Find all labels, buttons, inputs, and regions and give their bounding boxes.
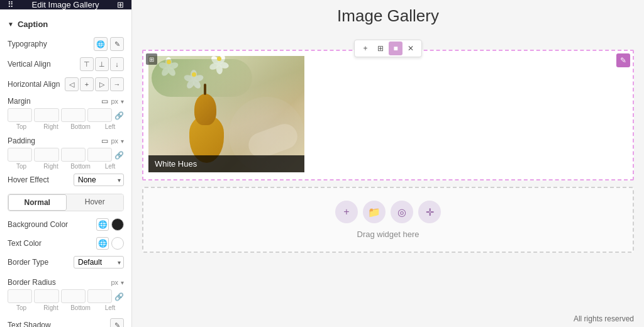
br-left-label: Left	[96, 304, 124, 311]
horizontal-align-label: Horizontal Align	[8, 80, 65, 89]
normal-hover-tabs: Normal Hover	[8, 194, 124, 211]
padding-label-row: Padding ▭ px ▾	[8, 136, 124, 145]
border-radius-label: Border Radius	[8, 278, 56, 287]
br-bottom-label: Bottom	[67, 304, 94, 311]
margin-unit: px	[111, 97, 118, 105]
margin-icon: ▭	[101, 97, 108, 106]
margin-right-input[interactable]	[34, 108, 58, 122]
border-type-select[interactable]: Default Solid Dashed Dotted Double	[74, 256, 124, 269]
padding-bottom-input[interactable]	[61, 148, 86, 162]
hover-tab[interactable]: Hover	[67, 194, 124, 211]
background-color-row: Background Color 🌐	[0, 215, 131, 234]
padding-right-label: Right	[37, 163, 65, 170]
horizontal-align-row: Horizontal Align ◁ + ▷ →	[0, 74, 131, 94]
padding-right-input[interactable]	[34, 148, 58, 162]
border-type-row: Border Type Default Solid Dashed Dotted …	[0, 253, 131, 272]
caption-section-header[interactable]: ▼ Caption	[0, 14, 131, 34]
hover-effect-select[interactable]: None Zoom Slide Fade	[74, 174, 124, 186]
border-radius-bottom-input[interactable]	[61, 289, 86, 303]
margin-link-icon[interactable]: 🔗	[114, 111, 124, 120]
footer-text: All rights reserved	[574, 314, 634, 323]
bg-color-globe-btn[interactable]: 🌐	[96, 218, 109, 231]
vertical-align-row: Vertical Align ⊤ ⊥ ↓	[0, 54, 131, 74]
border-radius-inputs	[8, 289, 112, 303]
margin-bottom-input[interactable]	[61, 108, 86, 122]
margin-section: Margin ▭ px ▾ 🔗 Top Right Bot	[0, 94, 131, 130]
valign-top-btn[interactable]: ⊤	[80, 57, 94, 71]
main-area: Image Gallery + ⊞ ■ ✕ ✎ ⊞	[132, 0, 644, 327]
border-radius-left-input[interactable]	[87, 289, 112, 303]
toolbar-close-btn[interactable]: ✕	[404, 42, 418, 55]
text-color-swatch[interactable]	[111, 237, 124, 250]
padding-inputs-row: 🔗	[8, 148, 124, 163]
border-radius-top-input[interactable]	[8, 289, 32, 303]
page-title: Image Gallery	[132, 0, 644, 31]
dots-icon[interactable]: ⠿	[8, 0, 14, 9]
text-color-label: Text Color	[8, 239, 96, 248]
br-right-label: Right	[37, 304, 65, 311]
padding-label: Padding	[8, 136, 35, 145]
margin-sublabels: Top Right Bottom Left	[8, 123, 124, 130]
border-radius-link-icon[interactable]: 🔗	[114, 292, 124, 301]
padding-left-input[interactable]	[87, 148, 112, 162]
widget-edit-btn[interactable]: ✎	[616, 53, 630, 67]
margin-inputs	[8, 108, 112, 122]
text-color-controls: 🌐	[96, 237, 124, 250]
valign-mid-btn[interactable]: ⊥	[95, 57, 109, 71]
margin-inputs-row: 🔗	[8, 108, 124, 123]
border-radius-inputs-row: 🔗	[8, 289, 124, 304]
sidebar: ⠿ Edit Image Gallery ⊞ ▼ Caption Typogra…	[0, 0, 132, 327]
border-radius-unit-arrow[interactable]: ▾	[121, 279, 124, 286]
gallery-image-container: White Hues	[148, 56, 304, 172]
padding-unit-arrow[interactable]: ▾	[121, 138, 124, 145]
toolbar-square-btn[interactable]: ■	[389, 42, 402, 55]
vertical-align-controls: ⊤ ⊥ ↓	[80, 57, 124, 71]
border-radius-unit: px	[111, 279, 118, 286]
margin-right-label: Right	[37, 123, 65, 130]
normal-tab[interactable]: Normal	[8, 194, 67, 211]
typography-globe-btn[interactable]: 🌐	[94, 37, 108, 51]
bg-color-swatch[interactable]	[111, 218, 124, 231]
sidebar-topbar: ⠿ Edit Image Gallery ⊞	[0, 0, 131, 9]
margin-unit-arrow[interactable]: ▾	[121, 98, 124, 105]
halign-center-btn[interactable]: +	[80, 77, 94, 91]
padding-link-icon[interactable]: 🔗	[114, 151, 124, 160]
margin-left-input[interactable]	[87, 108, 112, 122]
margin-top-label: Top	[8, 123, 35, 130]
drop-add-btn[interactable]: +	[335, 201, 358, 223]
border-radius-label-row: Border Radius px ▾	[8, 278, 124, 287]
typography-label: Typography	[8, 40, 94, 48]
text-color-globe-btn[interactable]: 🌐	[96, 237, 109, 250]
margin-left-label: Left	[96, 123, 124, 130]
caption-arrow-icon: ▼	[8, 21, 14, 28]
drop-cross-btn[interactable]: ✛	[418, 201, 441, 223]
halign-left-btn[interactable]: ◁	[65, 77, 79, 91]
valign-bot-btn[interactable]: ↓	[110, 57, 124, 71]
text-shadow-label: Text Shadow	[8, 321, 110, 327]
image-gallery-widget: + ⊞ ■ ✕ ✎ ⊞	[142, 50, 634, 180]
halign-right-btn[interactable]: ▷	[95, 77, 109, 91]
drop-zone-icons: + 📁 ◎ ✛	[335, 201, 441, 223]
grid-icon[interactable]: ⊞	[117, 0, 124, 9]
drop-folder-btn[interactable]: 📁	[363, 201, 386, 223]
typography-row: Typography 🌐 ✎	[0, 34, 131, 54]
background-color-label: Background Color	[8, 220, 96, 229]
hover-effect-label: Hover Effect	[8, 175, 74, 184]
text-shadow-edit-btn[interactable]: ✎	[110, 318, 124, 327]
margin-bottom-label: Bottom	[67, 123, 94, 130]
padding-left-label: Left	[96, 163, 124, 170]
margin-label-row: Margin ▭ px ▾	[8, 97, 124, 106]
text-color-row: Text Color 🌐	[0, 234, 131, 253]
footer: All rights reserved	[132, 311, 644, 327]
toolbar-grid-btn[interactable]: ⊞	[374, 42, 387, 55]
typography-edit-btn[interactable]: ✎	[110, 37, 124, 51]
drop-circle-btn[interactable]: ◎	[391, 201, 413, 223]
widget-handle[interactable]: ⊞	[146, 53, 157, 65]
border-radius-right-input[interactable]	[34, 289, 58, 303]
padding-top-input[interactable]	[8, 148, 32, 162]
toolbar-add-btn[interactable]: +	[358, 42, 372, 55]
hover-effect-select-wrap: None Zoom Slide Fade	[74, 174, 124, 186]
margin-top-input[interactable]	[8, 108, 32, 122]
padding-inputs	[8, 148, 112, 162]
halign-justify-btn[interactable]: →	[110, 77, 124, 91]
